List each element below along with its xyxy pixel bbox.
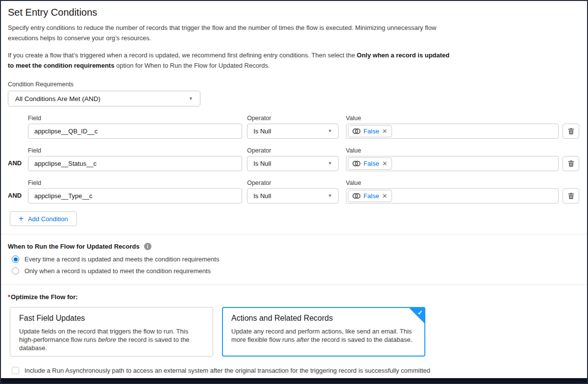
condition-logic-label	[8, 134, 28, 139]
when-to-run-heading: When to Run the Flow for Updated Records…	[8, 243, 579, 250]
operator-label: Operator	[247, 179, 339, 186]
plus-icon: +	[19, 214, 24, 223]
operator-select[interactable]: Is Null ▼	[247, 156, 339, 171]
card-desc-italic: before	[98, 336, 116, 343]
condition-row: Field Operator Is Null ▼ Value False ✕	[8, 115, 579, 139]
card-desc-text-end: the record is saved to the database.	[309, 336, 412, 343]
radio-option-only-when[interactable]: Only when a record is updated to meet th…	[12, 267, 579, 275]
value-input[interactable]: False ✕	[346, 188, 559, 204]
radio-button[interactable]	[12, 256, 19, 263]
field-label: Field	[28, 147, 242, 154]
card-desc-italic: after	[296, 336, 309, 343]
optimize-card-actions-related-records[interactable]: ✓ Actions and Related Records Update any…	[222, 307, 425, 357]
async-checkbox[interactable]	[12, 367, 19, 374]
global-constant-icon	[352, 128, 361, 134]
optimize-heading: *Optimize the Flow for:	[8, 293, 579, 301]
value-label: Value	[346, 179, 559, 186]
set-entry-conditions-panel: Set Entry Conditions Specify entry condi…	[0, 0, 588, 384]
operator-label: Operator	[247, 115, 339, 122]
async-checkbox-label: Include a Run Asynchronously path to acc…	[24, 367, 430, 374]
field-input[interactable]	[28, 124, 242, 139]
chevron-down-icon: ▼	[328, 161, 332, 166]
operator-value: Is Null	[253, 192, 271, 200]
field-input[interactable]	[28, 156, 242, 171]
radio-label: Only when a record is updated to meet th…	[24, 267, 211, 275]
add-condition-button[interactable]: + Add Condition	[10, 211, 77, 226]
condition-row: AND Field Operator Is Null ▼ Value False	[8, 147, 579, 171]
operator-select[interactable]: Is Null ▼	[247, 124, 339, 139]
condition-logic-label: AND	[8, 159, 28, 171]
delete-condition-button[interactable]	[563, 156, 579, 171]
value-pill[interactable]: False ✕	[348, 125, 392, 137]
chevron-down-icon: ▼	[328, 129, 332, 133]
intro-2-text-end: option for When to Run the Flow for Upda…	[114, 62, 270, 69]
chevron-down-icon: ▼	[189, 97, 193, 101]
condition-requirements-value: All Conditions Are Met (AND)	[15, 95, 100, 102]
card-description: Update any record and perform actions, l…	[231, 327, 416, 344]
global-constant-icon	[352, 160, 361, 167]
card-title: Actions and Related Records	[231, 314, 416, 323]
value-pill-label: False	[364, 192, 379, 200]
global-constant-icon	[352, 193, 361, 199]
trash-icon	[567, 160, 575, 167]
condition-logic-label: AND	[8, 192, 28, 204]
value-pill-label: False	[364, 160, 379, 167]
trash-icon	[567, 192, 575, 200]
intro-paragraph-2: If you create a flow that’s triggered wh…	[8, 50, 454, 71]
operator-value: Is Null	[253, 160, 271, 167]
optimize-heading-text: Optimize the Flow for:	[11, 293, 78, 301]
section-divider	[1, 234, 587, 234]
async-path-option[interactable]: Include a Run Asynchronously path to acc…	[12, 367, 579, 374]
operator-select[interactable]: Is Null ▼	[247, 188, 339, 204]
check-icon: ✓	[417, 309, 423, 316]
chevron-down-icon: ▼	[328, 194, 332, 198]
page-title: Set Entry Conditions	[8, 7, 579, 18]
intro-2-text: If you create a flow that’s triggered wh…	[8, 51, 357, 59]
section-divider	[1, 284, 587, 285]
intro-paragraph-1: Specify entry conditions to reduce the n…	[8, 23, 454, 43]
add-condition-label: Add Condition	[28, 215, 68, 223]
trash-icon	[567, 128, 575, 135]
optimize-card-group: Fast Field Updates Update fields on the …	[10, 307, 579, 357]
operator-value: Is Null	[253, 128, 271, 135]
remove-value-icon[interactable]: ✕	[382, 128, 388, 134]
card-description: Update fields on the record that trigger…	[19, 327, 204, 352]
condition-row: AND Field Operator Is Null ▼ Value False	[8, 179, 579, 204]
value-label: Value	[346, 147, 559, 154]
card-title: Fast Field Updates	[19, 314, 204, 323]
radio-option-every-time[interactable]: Every time a record is updated and meets…	[12, 256, 579, 263]
condition-requirements-label: Condition Requirements	[8, 81, 579, 88]
delete-condition-button[interactable]	[563, 188, 579, 204]
radio-button[interactable]	[12, 267, 19, 275]
window-bottom-bar	[1, 378, 587, 383]
value-pill[interactable]: False ✕	[348, 190, 392, 202]
value-input[interactable]: False ✕	[346, 156, 559, 171]
value-input[interactable]: False ✕	[346, 124, 559, 139]
value-pill[interactable]: False ✕	[348, 157, 392, 170]
radio-label: Every time a record is updated and meets…	[24, 256, 219, 263]
remove-value-icon[interactable]: ✕	[382, 160, 388, 167]
condition-requirements-select[interactable]: All Conditions Are Met (AND) ▼	[8, 91, 200, 106]
operator-label: Operator	[247, 147, 339, 154]
field-label: Field	[28, 179, 242, 186]
info-icon[interactable]: i	[144, 243, 151, 250]
delete-condition-button[interactable]	[563, 124, 579, 139]
when-to-run-radio-group: Every time a record is updated and meets…	[8, 256, 579, 275]
optimize-card-fast-field-updates[interactable]: Fast Field Updates Update fields on the …	[10, 307, 213, 357]
required-asterisk: *	[8, 293, 10, 301]
field-label: Field	[28, 115, 242, 122]
value-pill-label: False	[364, 128, 379, 135]
when-to-run-heading-text: When to Run the Flow for Updated Records	[8, 243, 140, 250]
value-label: Value	[346, 115, 559, 122]
field-input[interactable]	[28, 188, 242, 204]
remove-value-icon[interactable]: ✕	[382, 193, 388, 199]
